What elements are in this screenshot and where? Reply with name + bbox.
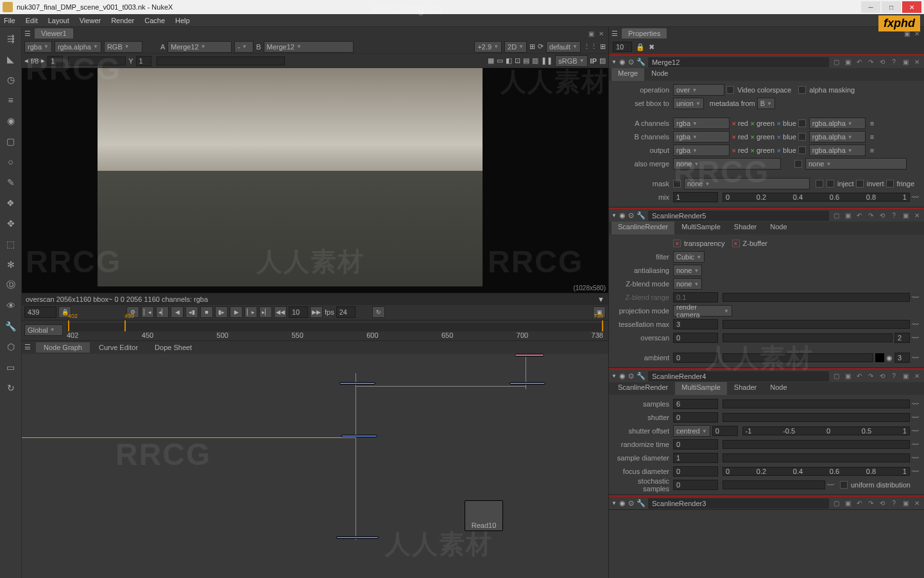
- node-name-field[interactable]: ScanlineRender5: [648, 211, 829, 221]
- viewer-area[interactable]: (1028x580): [22, 68, 608, 293]
- close-button[interactable]: ✕: [902, 1, 921, 13]
- step-back-button[interactable]: ◂▮: [185, 306, 198, 318]
- frame-field[interactable]: 439: [24, 306, 56, 318]
- stop-button[interactable]: ■: [200, 306, 213, 318]
- tab-sr[interactable]: ScanlineRender: [612, 222, 674, 234]
- mask-icon[interactable]: ▤: [523, 57, 529, 65]
- shoff-slider[interactable]: -1-0.500.51: [742, 426, 910, 435]
- anim-icon[interactable]: 〰: [912, 414, 919, 421]
- gain-slider[interactable]: [68, 57, 126, 66]
- meta-dropdown[interactable]: B▼: [757, 98, 775, 109]
- tab-ms[interactable]: MultiSample: [675, 222, 727, 234]
- samples-slider[interactable]: [723, 399, 910, 408]
- tool-refresh-icon[interactable]: ↻: [3, 380, 19, 396]
- tool-arrange-icon[interactable]: ⇶: [3, 31, 19, 46]
- timeline-end-marker[interactable]: 738: [602, 320, 603, 331]
- video-checkbox[interactable]: [726, 86, 734, 94]
- menu-cache[interactable]: Cache: [144, 17, 165, 24]
- anim-icon[interactable]: 〰: [912, 400, 919, 408]
- revert-icon[interactable]: ⟲: [878, 211, 887, 220]
- stoch-field[interactable]: 0: [673, 480, 718, 490]
- tab-node[interactable]: Node: [764, 382, 793, 395]
- tool-snow-icon[interactable]: ✻: [3, 257, 19, 272]
- fstop-index[interactable]: 1: [47, 56, 63, 66]
- sq-cb[interactable]: [816, 180, 823, 188]
- prop-menu-icon[interactable]: ☰: [612, 30, 622, 38]
- diam-field[interactable]: 1: [673, 453, 718, 463]
- ach-dropdown[interactable]: rgba▼: [673, 118, 730, 129]
- wrench-icon[interactable]: 🔧: [637, 58, 646, 66]
- play-back-button[interactable]: ◀: [171, 306, 184, 318]
- shutter-field[interactable]: 0: [673, 412, 718, 423]
- magnet-icon[interactable]: ⊙: [628, 58, 634, 66]
- node-name-field[interactable]: ScanlineRender4: [648, 371, 829, 381]
- eq-icon[interactable]: ≡: [870, 119, 874, 127]
- tab-merge[interactable]: Merge: [612, 68, 644, 81]
- ambient2-field[interactable]: 3: [894, 353, 910, 363]
- wrench-icon[interactable]: 🔧: [637, 499, 646, 507]
- tab-shader[interactable]: Shader: [728, 222, 763, 234]
- anim-icon[interactable]: 〰: [912, 354, 919, 362]
- wheel-icon[interactable]: ◉: [886, 354, 893, 362]
- collapse-icon[interactable]: ▼: [612, 213, 617, 218]
- prop-count-field[interactable]: 10: [613, 42, 632, 52]
- revert-icon[interactable]: ⟲: [878, 58, 887, 67]
- undo-icon[interactable]: ↶: [855, 211, 864, 220]
- tab-sr[interactable]: ScanlineRender: [612, 382, 674, 395]
- tab-node[interactable]: Node: [764, 222, 793, 234]
- tool-lines-icon[interactable]: ≡: [3, 92, 19, 108]
- help-icon[interactable]: ?: [889, 58, 898, 67]
- proxy-icon[interactable]: ⊞: [529, 42, 535, 51]
- anim-icon[interactable]: 〰: [912, 454, 919, 462]
- prev-icon[interactable]: ◂: [24, 57, 28, 65]
- wipe-dropdown[interactable]: -▼: [234, 41, 253, 53]
- anim-icon[interactable]: 〰: [912, 468, 919, 475]
- tab-node[interactable]: Node: [645, 68, 674, 81]
- mask-dropdown[interactable]: none▼: [684, 178, 810, 189]
- format-icon[interactable]: ▥: [532, 57, 538, 65]
- dropdown-icon[interactable]: ☰: [24, 30, 35, 38]
- ach-4-cb[interactable]: [798, 119, 806, 127]
- mask-cb[interactable]: [673, 180, 681, 188]
- eq-icon[interactable]: ≡: [870, 133, 874, 141]
- graph-menu-icon[interactable]: ☰: [24, 343, 35, 351]
- zmode-dropdown[interactable]: none▼: [673, 278, 702, 290]
- bch-blue[interactable]: blue: [776, 133, 796, 141]
- undo-icon[interactable]: ↶: [855, 372, 864, 381]
- pause-icon[interactable]: ❚❚: [541, 57, 552, 65]
- bch-4-cb[interactable]: [798, 133, 806, 141]
- menu-file[interactable]: File: [4, 17, 15, 24]
- mix-field[interactable]: 1: [673, 192, 718, 202]
- next-icon[interactable]: ▸: [41, 57, 45, 65]
- dot-icon[interactable]: ◉: [619, 211, 626, 220]
- samples-field[interactable]: 6: [673, 399, 718, 409]
- shutter-slider[interactable]: [723, 413, 910, 422]
- fringe-cb[interactable]: [886, 180, 894, 188]
- bbox-dropdown[interactable]: union▼: [673, 98, 704, 109]
- dim-dropdown[interactable]: 2D▼: [504, 41, 527, 53]
- wrench-icon[interactable]: 🔧: [637, 211, 646, 220]
- ach-alpha-dropdown[interactable]: rgba.alpha▼: [809, 118, 866, 129]
- tool-layers-icon[interactable]: ❖: [3, 195, 19, 211]
- c2-icon[interactable]: ▣: [843, 211, 852, 220]
- tab-curve-editor[interactable]: Curve Editor: [91, 342, 146, 353]
- node[interactable]: [509, 382, 545, 385]
- skip-fwd-button[interactable]: ▶▶: [310, 306, 323, 318]
- input-b-dropdown[interactable]: Merge12▼: [264, 41, 354, 53]
- tess-slider[interactable]: [723, 320, 910, 329]
- float-icon[interactable]: ▣: [586, 29, 595, 38]
- help-icon[interactable]: ?: [889, 211, 898, 220]
- float2-icon[interactable]: ▣: [901, 499, 910, 508]
- proj-dropdown[interactable]: render camera▼: [673, 305, 732, 317]
- close-node-icon[interactable]: ✕: [912, 499, 921, 508]
- aa-dropdown[interactable]: none▼: [673, 265, 702, 276]
- inject-cb[interactable]: [826, 180, 834, 188]
- node[interactable]: [515, 354, 544, 356]
- zoom-field[interactable]: +2.9▼: [474, 41, 502, 53]
- tab-node-graph[interactable]: Node Graph: [36, 342, 90, 353]
- last-frame-button[interactable]: ▸▏: [259, 306, 272, 318]
- range-dropdown[interactable]: Global▼: [24, 324, 63, 336]
- dot-icon[interactable]: ◉: [619, 499, 626, 507]
- layer-dropdown[interactable]: rgba▼: [24, 41, 52, 53]
- redo-icon[interactable]: ↷: [866, 499, 875, 508]
